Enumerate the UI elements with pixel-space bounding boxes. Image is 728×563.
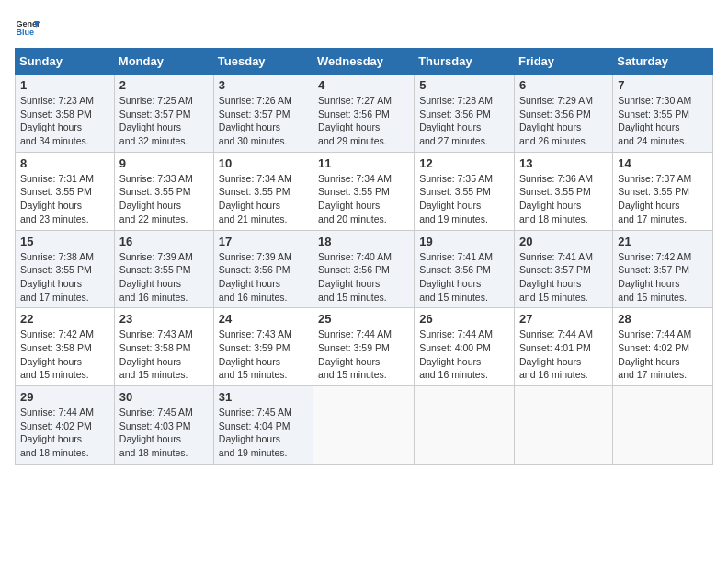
day-info: Sunrise: 7:45 AMSunset: 4:03 PMDaylight … xyxy=(119,406,209,460)
day-info: Sunrise: 7:42 AMSunset: 3:57 PMDaylight … xyxy=(618,250,708,304)
day-info: Sunrise: 7:40 AMSunset: 3:56 PMDaylight … xyxy=(318,250,409,304)
calendar-header-monday: Monday xyxy=(114,49,213,75)
calendar-cell xyxy=(313,386,415,465)
day-info: Sunrise: 7:35 AMSunset: 3:55 PMDaylight … xyxy=(419,172,509,226)
day-number: 19 xyxy=(419,235,509,248)
logo-icon: General Blue xyxy=(15,15,40,40)
calendar-cell: 7 Sunrise: 7:30 AMSunset: 3:55 PMDayligh… xyxy=(613,75,713,153)
calendar-cell: 29 Sunrise: 7:44 AMSunset: 4:02 PMDaylig… xyxy=(16,386,115,465)
day-number: 3 xyxy=(219,78,308,92)
calendar-cell xyxy=(613,386,713,465)
calendar-cell: 31 Sunrise: 7:45 AMSunset: 4:04 PMDaylig… xyxy=(213,386,313,465)
day-info: Sunrise: 7:31 AMSunset: 3:55 PMDaylight … xyxy=(20,172,109,226)
calendar-cell: 5 Sunrise: 7:28 AMSunset: 3:56 PMDayligh… xyxy=(415,75,515,153)
day-number: 27 xyxy=(519,312,608,326)
calendar-header-friday: Friday xyxy=(515,49,613,75)
logo: General Blue xyxy=(15,15,40,40)
calendar-cell: 8 Sunrise: 7:31 AMSunset: 3:55 PMDayligh… xyxy=(16,152,115,230)
day-info: Sunrise: 7:44 AMSunset: 4:00 PMDaylight … xyxy=(419,327,509,382)
calendar-cell: 14 Sunrise: 7:37 AMSunset: 3:55 PMDaylig… xyxy=(613,152,713,230)
day-info: Sunrise: 7:27 AMSunset: 3:56 PMDaylight … xyxy=(318,94,409,148)
day-number: 11 xyxy=(318,156,409,170)
day-number: 23 xyxy=(119,312,209,326)
calendar-cell: 11 Sunrise: 7:34 AMSunset: 3:55 PMDaylig… xyxy=(313,152,415,230)
calendar-cell: 16 Sunrise: 7:39 AMSunset: 3:55 PMDaylig… xyxy=(114,230,213,308)
calendar-header-row: SundayMondayTuesdayWednesdayThursdayFrid… xyxy=(16,49,713,75)
day-info: Sunrise: 7:39 AMSunset: 3:55 PMDaylight … xyxy=(119,250,209,304)
day-number: 13 xyxy=(519,156,608,170)
calendar-cell: 26 Sunrise: 7:44 AMSunset: 4:00 PMDaylig… xyxy=(415,308,515,386)
day-info: Sunrise: 7:37 AMSunset: 3:55 PMDaylight … xyxy=(618,172,708,226)
day-info: Sunrise: 7:38 AMSunset: 3:55 PMDaylight … xyxy=(20,250,109,304)
calendar-cell: 30 Sunrise: 7:45 AMSunset: 4:03 PMDaylig… xyxy=(114,386,213,465)
day-number: 18 xyxy=(318,235,409,248)
calendar-header-tuesday: Tuesday xyxy=(213,49,313,75)
calendar-cell: 24 Sunrise: 7:43 AMSunset: 3:59 PMDaylig… xyxy=(213,308,313,386)
day-info: Sunrise: 7:44 AMSunset: 4:02 PMDaylight … xyxy=(20,406,109,460)
day-number: 25 xyxy=(318,312,409,326)
day-info: Sunrise: 7:34 AMSunset: 3:55 PMDaylight … xyxy=(219,172,308,226)
day-info: Sunrise: 7:39 AMSunset: 3:56 PMDaylight … xyxy=(219,250,308,304)
day-info: Sunrise: 7:44 AMSunset: 4:02 PMDaylight … xyxy=(618,327,708,382)
day-number: 24 xyxy=(219,312,308,326)
day-info: Sunrise: 7:45 AMSunset: 4:04 PMDaylight … xyxy=(219,406,308,460)
day-number: 9 xyxy=(119,156,209,170)
calendar-header-saturday: Saturday xyxy=(613,49,713,75)
day-info: Sunrise: 7:33 AMSunset: 3:55 PMDaylight … xyxy=(119,172,209,226)
calendar-cell: 2 Sunrise: 7:25 AMSunset: 3:57 PMDayligh… xyxy=(114,75,213,153)
day-number: 12 xyxy=(419,156,509,170)
calendar-header-wednesday: Wednesday xyxy=(313,49,415,75)
calendar-week-row: 15 Sunrise: 7:38 AMSunset: 3:55 PMDaylig… xyxy=(16,230,713,308)
day-number: 26 xyxy=(419,312,509,326)
calendar-cell: 21 Sunrise: 7:42 AMSunset: 3:57 PMDaylig… xyxy=(613,230,713,308)
day-number: 16 xyxy=(119,235,209,248)
day-info: Sunrise: 7:23 AMSunset: 3:58 PMDaylight … xyxy=(20,94,109,148)
calendar-table: SundayMondayTuesdayWednesdayThursdayFrid… xyxy=(15,48,713,465)
day-number: 6 xyxy=(519,78,608,92)
day-number: 1 xyxy=(20,78,109,92)
day-number: 15 xyxy=(20,235,109,248)
calendar-cell: 10 Sunrise: 7:34 AMSunset: 3:55 PMDaylig… xyxy=(213,152,313,230)
day-info: Sunrise: 7:44 AMSunset: 3:59 PMDaylight … xyxy=(318,327,409,382)
calendar-cell: 25 Sunrise: 7:44 AMSunset: 3:59 PMDaylig… xyxy=(313,308,415,386)
day-number: 31 xyxy=(219,390,308,404)
calendar-cell: 13 Sunrise: 7:36 AMSunset: 3:55 PMDaylig… xyxy=(515,152,613,230)
day-number: 29 xyxy=(20,390,109,404)
day-info: Sunrise: 7:43 AMSunset: 3:58 PMDaylight … xyxy=(119,327,209,382)
calendar-week-row: 29 Sunrise: 7:44 AMSunset: 4:02 PMDaylig… xyxy=(16,386,713,465)
day-number: 21 xyxy=(618,235,708,248)
day-info: Sunrise: 7:43 AMSunset: 3:59 PMDaylight … xyxy=(219,327,308,382)
svg-text:Blue: Blue xyxy=(16,28,34,37)
day-number: 4 xyxy=(318,78,409,92)
calendar-cell: 27 Sunrise: 7:44 AMSunset: 4:01 PMDaylig… xyxy=(515,308,613,386)
calendar-cell: 4 Sunrise: 7:27 AMSunset: 3:56 PMDayligh… xyxy=(313,75,415,153)
day-number: 20 xyxy=(519,235,608,248)
day-info: Sunrise: 7:29 AMSunset: 3:56 PMDaylight … xyxy=(519,94,608,148)
calendar-cell: 19 Sunrise: 7:41 AMSunset: 3:56 PMDaylig… xyxy=(415,230,515,308)
day-number: 22 xyxy=(20,312,109,326)
calendar-cell: 20 Sunrise: 7:41 AMSunset: 3:57 PMDaylig… xyxy=(515,230,613,308)
calendar-cell: 22 Sunrise: 7:42 AMSunset: 3:58 PMDaylig… xyxy=(16,308,115,386)
day-number: 10 xyxy=(219,156,308,170)
day-number: 8 xyxy=(20,156,109,170)
day-number: 7 xyxy=(618,78,708,92)
day-info: Sunrise: 7:34 AMSunset: 3:55 PMDaylight … xyxy=(318,172,409,226)
day-info: Sunrise: 7:26 AMSunset: 3:57 PMDaylight … xyxy=(219,94,308,148)
calendar-cell: 12 Sunrise: 7:35 AMSunset: 3:55 PMDaylig… xyxy=(415,152,515,230)
day-number: 17 xyxy=(219,235,308,248)
day-info: Sunrise: 7:44 AMSunset: 4:01 PMDaylight … xyxy=(519,327,608,382)
calendar-cell: 17 Sunrise: 7:39 AMSunset: 3:56 PMDaylig… xyxy=(213,230,313,308)
calendar-cell xyxy=(515,386,613,465)
day-number: 28 xyxy=(618,312,708,326)
calendar-week-row: 22 Sunrise: 7:42 AMSunset: 3:58 PMDaylig… xyxy=(16,308,713,386)
day-info: Sunrise: 7:41 AMSunset: 3:57 PMDaylight … xyxy=(519,250,608,304)
day-number: 14 xyxy=(618,156,708,170)
calendar-cell: 9 Sunrise: 7:33 AMSunset: 3:55 PMDayligh… xyxy=(114,152,213,230)
day-number: 30 xyxy=(119,390,209,404)
day-info: Sunrise: 7:30 AMSunset: 3:55 PMDaylight … xyxy=(618,94,708,148)
calendar-header-sunday: Sunday xyxy=(16,49,115,75)
calendar-cell: 1 Sunrise: 7:23 AMSunset: 3:58 PMDayligh… xyxy=(16,75,115,153)
calendar-cell: 15 Sunrise: 7:38 AMSunset: 3:55 PMDaylig… xyxy=(16,230,115,308)
day-info: Sunrise: 7:42 AMSunset: 3:58 PMDaylight … xyxy=(20,327,109,382)
calendar-cell: 6 Sunrise: 7:29 AMSunset: 3:56 PMDayligh… xyxy=(515,75,613,153)
